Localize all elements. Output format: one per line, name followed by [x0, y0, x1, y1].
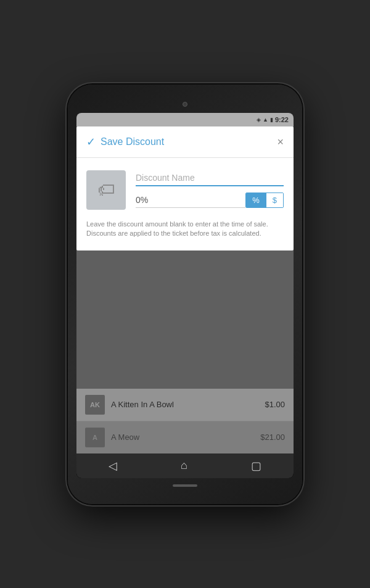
- save-discount-modal: ✓ Save Discount × 🏷: [76, 126, 294, 251]
- amount-input[interactable]: [136, 193, 245, 208]
- modal-title-group: ✓ Save Discount: [86, 135, 164, 149]
- tag-icon: 🏷: [97, 180, 115, 200]
- form-fields: % $: [136, 170, 284, 208]
- back-nav-button[interactable]: ◁: [101, 455, 125, 476]
- amount-row: % $: [136, 193, 284, 208]
- front-camera: [183, 102, 187, 107]
- percent-toggle-button[interactable]: %: [246, 193, 266, 207]
- recents-nav-button[interactable]: ▢: [244, 455, 269, 476]
- nav-bar: ◁ ⌂ ▢: [76, 453, 294, 478]
- device-top: [76, 96, 294, 113]
- device-bottom-bar: [76, 478, 294, 493]
- type-toggle: % $: [245, 193, 284, 208]
- screen: ◈ ▲ ▮ 9:22 Item Setup Done Editing ✓: [76, 113, 294, 478]
- location-icon: ◈: [257, 117, 261, 123]
- status-icons: ◈ ▲ ▮ 9:22: [257, 116, 289, 123]
- modal-close-button[interactable]: ×: [277, 136, 284, 147]
- dollar-toggle-button[interactable]: $: [266, 193, 283, 207]
- discount-hint: Leave the discount amount blank to enter…: [86, 220, 284, 239]
- modal-overlay: ✓ Save Discount × 🏷: [76, 126, 294, 453]
- form-row: 🏷 %: [86, 170, 284, 210]
- tag-icon-box: 🏷: [86, 170, 126, 210]
- status-time: 9:22: [275, 116, 289, 123]
- modal-body: 🏷 %: [76, 158, 294, 251]
- modal-header: ✓ Save Discount ×: [76, 126, 294, 158]
- home-nav-button[interactable]: ⌂: [173, 455, 195, 476]
- wifi-icon: ▲: [263, 117, 268, 123]
- discount-name-input[interactable]: [136, 170, 284, 186]
- battery-icon: ▮: [270, 117, 273, 123]
- status-bar: ◈ ▲ ▮ 9:22: [76, 113, 294, 126]
- device: ◈ ▲ ▮ 9:22 Item Setup Done Editing ✓: [68, 85, 302, 504]
- modal-title: Save Discount: [101, 136, 164, 147]
- checkmark-icon: ✓: [86, 135, 96, 149]
- home-indicator: [173, 484, 197, 487]
- screen-content: Item Setup Done Editing ✓ Save Discount …: [76, 126, 294, 453]
- discount-name-group: [136, 170, 284, 186]
